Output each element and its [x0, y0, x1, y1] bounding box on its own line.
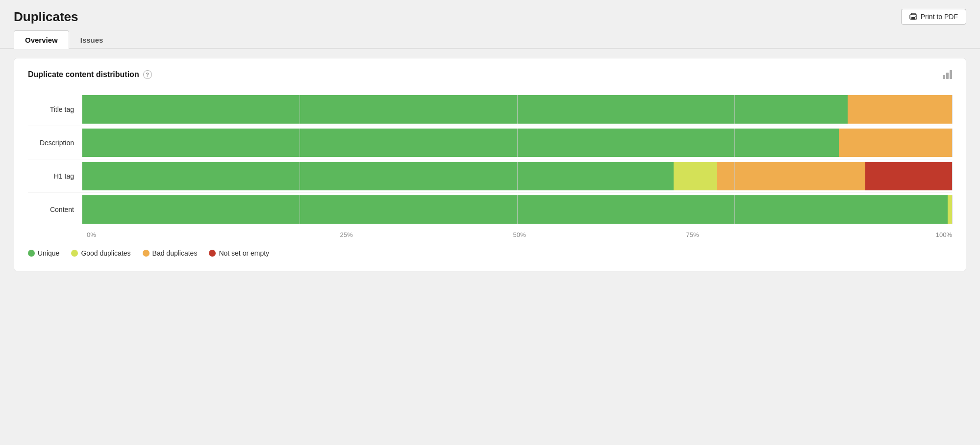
x-axis-label: 0%	[87, 231, 260, 238]
legend: UniqueGood duplicatesBad duplicatesNot s…	[28, 249, 952, 257]
bar-segment-unique	[82, 129, 839, 157]
bar-segment-good-duplicates	[674, 162, 717, 190]
print-button-label: Print to PDF	[921, 13, 958, 21]
legend-dot-not-set-or-empty	[209, 250, 216, 257]
svg-point-2	[915, 16, 916, 17]
x-axis-label: 50%	[433, 231, 606, 238]
bar-label: Description	[28, 139, 82, 147]
legend-label-bad-duplicates: Bad duplicates	[152, 249, 198, 257]
legend-label-unique: Unique	[38, 249, 59, 257]
legend-dot-good-duplicates	[71, 250, 78, 257]
tabs-bar: OverviewIssues	[0, 30, 980, 49]
bar-row-content: Content	[28, 193, 952, 226]
legend-item-bad-duplicates: Bad duplicates	[143, 249, 198, 257]
svg-rect-1	[911, 17, 915, 20]
page-header: Duplicates Print to PDF	[0, 0, 980, 25]
bar-container	[82, 162, 952, 190]
bar-label: H1 tag	[28, 172, 82, 180]
chart-area: Title tagDescriptionH1 tagContent 0%25%5…	[28, 93, 952, 238]
bar-container	[82, 129, 952, 157]
x-axis-label: 100%	[779, 231, 952, 238]
card-title-row: Duplicate content distribution ?	[28, 70, 152, 79]
main-content: Duplicate content distribution ? Title t…	[0, 49, 980, 285]
bar-row-title-tag: Title tag	[28, 93, 952, 126]
bar-segment-good-duplicates	[948, 195, 952, 224]
bar-container	[82, 195, 952, 224]
tab-issues[interactable]: Issues	[69, 30, 115, 49]
print-icon	[909, 13, 917, 21]
bar-row-h1-tag: H1 tag	[28, 159, 952, 193]
bar-segment-unique	[82, 95, 848, 124]
card-header: Duplicate content distribution ?	[28, 70, 952, 79]
legend-item-unique: Unique	[28, 249, 59, 257]
tab-overview[interactable]: Overview	[14, 30, 69, 49]
bar-segment-bad-duplicates	[839, 129, 952, 157]
bar-segment-not-set-or-empty	[865, 162, 953, 190]
bar-segment-bad-duplicates	[848, 95, 952, 124]
chart-type-icon[interactable]	[943, 70, 952, 79]
bar-segment-bad-duplicates	[717, 162, 865, 190]
x-axis-label: 25%	[260, 231, 433, 238]
bar-row-description: Description	[28, 126, 952, 159]
bar-label: Title tag	[28, 105, 82, 113]
page-title: Duplicates	[14, 9, 78, 25]
legend-dot-bad-duplicates	[143, 250, 150, 257]
help-icon[interactable]: ?	[143, 70, 152, 79]
card-title: Duplicate content distribution	[28, 70, 139, 79]
bar-segment-unique	[82, 162, 674, 190]
x-axis: 0%25%50%75%100%	[87, 231, 952, 238]
legend-label-good-duplicates: Good duplicates	[81, 249, 130, 257]
x-axis-label: 75%	[606, 231, 779, 238]
legend-item-not-set-or-empty: Not set or empty	[209, 249, 269, 257]
bar-label: Content	[28, 206, 82, 213]
legend-dot-unique	[28, 250, 35, 257]
print-to-pdf-button[interactable]: Print to PDF	[901, 9, 966, 25]
bar-container	[82, 95, 952, 124]
legend-label-not-set-or-empty: Not set or empty	[219, 249, 269, 257]
bar-segment-unique	[82, 195, 948, 224]
legend-item-good-duplicates: Good duplicates	[71, 249, 130, 257]
chart-card: Duplicate content distribution ? Title t…	[14, 58, 966, 271]
